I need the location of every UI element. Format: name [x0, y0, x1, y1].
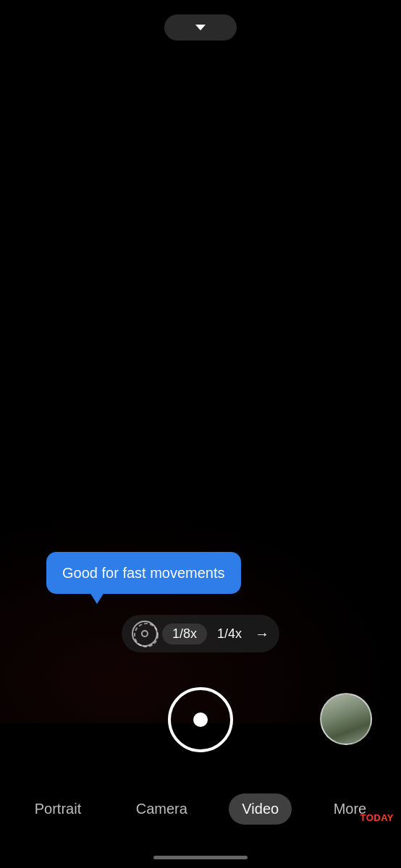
bottom-nav: Portrait Camera Video More — [0, 793, 401, 825]
speed-option-1[interactable]: 1/8x — [162, 624, 207, 644]
shutter-inner-dot — [193, 712, 208, 727]
shutter-button[interactable] — [168, 687, 233, 752]
nav-item-portrait[interactable]: Portrait — [22, 793, 94, 825]
svg-point-0 — [135, 624, 158, 647]
gallery-thumbnail[interactable] — [320, 693, 372, 745]
nav-item-video[interactable]: Video — [229, 793, 292, 825]
today-badge: TODAY — [360, 812, 394, 823]
speed-setting-icon[interactable] — [132, 621, 158, 647]
speed-more-arrow-icon[interactable]: → — [255, 626, 269, 642]
shutter-area — [168, 687, 233, 752]
gallery-thumb-image — [321, 694, 371, 744]
tooltip-bubble: Good for fast movements — [46, 552, 241, 594]
tooltip-text: Good for fast movements — [62, 565, 225, 581]
top-collapse-pill[interactable] — [164, 14, 237, 41]
home-indicator — [153, 856, 248, 859]
speed-option-2[interactable]: 1/4x — [207, 624, 252, 644]
chevron-down-icon — [195, 25, 206, 30]
speed-selector[interactable]: 1/8x 1/4x → — [122, 615, 279, 652]
nav-item-camera[interactable]: Camera — [123, 793, 200, 825]
